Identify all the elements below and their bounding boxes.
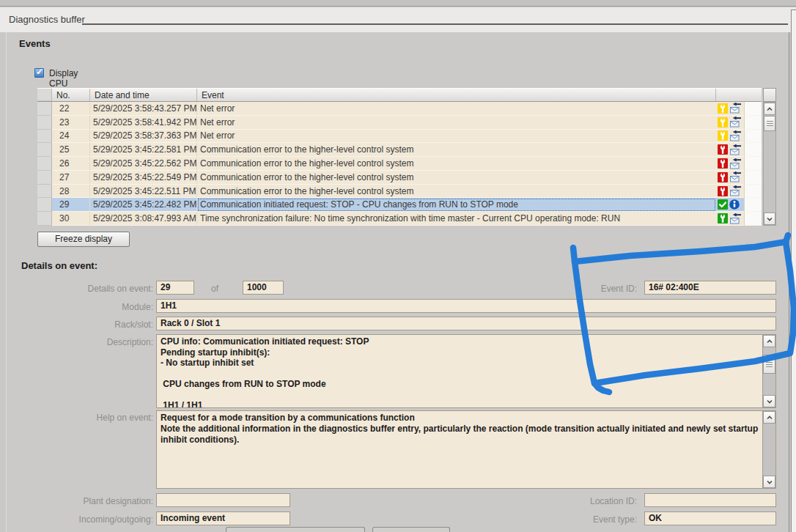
row-selector-cell[interactable] [37, 212, 52, 226]
module-field[interactable]: 1H1 [156, 299, 776, 313]
maintenance-yellow-icon [716, 116, 729, 130]
freeze-display-button[interactable]: Freeze display [37, 232, 130, 247]
rack-slot-label: Rack/slot: [7, 319, 153, 330]
scroll-up-button[interactable] [763, 335, 775, 347]
fault-red-icon [716, 171, 729, 185]
incoming-outgoing-label: Incoming/outgoing: [7, 514, 153, 525]
cell-spacer [744, 157, 762, 171]
maintenance-green-icon [716, 212, 729, 226]
event-id-label: Event ID: [516, 284, 637, 294]
row-selector-cell[interactable] [37, 102, 52, 116]
description-scrollbar[interactable] [762, 335, 775, 407]
help-scrollbar[interactable] [762, 411, 775, 488]
info-icon [729, 198, 744, 212]
incoming-outgoing-field[interactable]: Incoming event [156, 511, 290, 525]
details-number-field[interactable]: 29 [156, 281, 194, 295]
description-label: Description: [7, 337, 153, 347]
help-text: Request for a mode transition by a commu… [161, 413, 759, 488]
cell-event: Communication initiated request: STOP - … [197, 198, 716, 212]
header-no[interactable]: No. [52, 89, 90, 101]
scroll-down-button[interactable] [763, 395, 775, 407]
incoming-envelope-icon [729, 116, 744, 130]
table-row[interactable]: 255/29/2025 3:45:22.581 PMCommunication … [37, 143, 762, 157]
incoming-envelope-icon [729, 143, 744, 157]
scroll-up-button[interactable] [763, 411, 775, 424]
help-on-event-field[interactable]: Request for a mode transition by a commu… [156, 410, 776, 489]
table-row[interactable]: 305/29/2025 3:08:47.993 AMTime synchroni… [37, 212, 762, 226]
row-selector-cell[interactable] [37, 130, 52, 144]
rack-slot-field[interactable]: Rack 0 / Slot 1 [156, 317, 776, 330]
incoming-envelope-icon [729, 171, 744, 185]
row-selector-cell[interactable] [37, 157, 52, 171]
cpu-time-checkbox[interactable]: ✓ [34, 68, 44, 78]
table-row[interactable]: 295/29/2025 3:45:22.482 PMCommunication … [37, 198, 762, 212]
header-selector-column [37, 89, 52, 101]
table-row[interactable]: 275/29/2025 3:45:22.549 PMCommunication … [37, 171, 762, 185]
table-row[interactable]: 245/29/2025 3:58:37.363 PMNet error [37, 130, 762, 144]
location-id-field[interactable] [644, 493, 776, 507]
ok-check-green-icon [716, 198, 729, 212]
title-row: Diagnostics buffer [0, 7, 796, 32]
cell-spacer [744, 102, 762, 116]
cell-event: Communication error to the higher-level … [197, 143, 716, 157]
scroll-thumb[interactable] [763, 355, 775, 374]
plant-designation-field[interactable] [156, 493, 290, 507]
events-table-body: 225/29/2025 3:58:43.257 PMNet error235/2… [37, 102, 762, 226]
chevron-down-icon [766, 216, 773, 222]
events-table-header: No. Date and time Event [37, 88, 762, 102]
table-row[interactable]: 265/29/2025 3:45:22.562 PMCommunication … [37, 157, 762, 171]
partial-button-left[interactable] [226, 527, 365, 532]
description-field[interactable]: CPU info: Communication initiated reques… [156, 334, 776, 408]
partial-button-right[interactable] [372, 527, 450, 532]
chevron-up-icon [766, 415, 773, 421]
incoming-envelope-icon [729, 212, 744, 226]
incoming-envelope-icon [729, 185, 744, 199]
incoming-envelope-icon [729, 130, 744, 144]
details-total-field[interactable]: 1000 [243, 281, 284, 295]
help-on-event-label: Help on event: [7, 413, 153, 423]
scroll-down-button[interactable] [764, 213, 775, 225]
table-row[interactable]: 285/29/2025 3:45:22.511 PMCommunication … [37, 185, 762, 199]
row-selector-cell[interactable] [37, 198, 52, 212]
cell-spacer [744, 185, 762, 199]
fault-red-icon [716, 185, 729, 199]
cell-datetime: 5/29/2025 3:45:22.562 PM [90, 157, 197, 171]
cell-datetime: 5/29/2025 3:08:47.993 AM [90, 212, 197, 226]
event-type-label: Event type: [516, 514, 637, 525]
page-title: Diagnostics buffer [9, 14, 85, 25]
chevron-down-icon [766, 399, 773, 404]
cell-no: 28 [52, 185, 90, 199]
outer-scrollbar[interactable] [791, 10, 796, 532]
row-selector-cell[interactable] [37, 116, 52, 130]
table-row[interactable]: 235/29/2025 3:58:41.942 PMNet error [37, 116, 762, 130]
cell-spacer [744, 130, 762, 144]
row-selector-cell[interactable] [37, 185, 52, 199]
events-scrollbar[interactable] [763, 102, 776, 226]
cell-event: Communication error to the higher-level … [197, 171, 716, 185]
scroll-down-button[interactable] [763, 476, 775, 488]
cell-no: 30 [52, 212, 90, 226]
cell-event: Communication error to the higher-level … [197, 185, 716, 199]
cell-spacer [744, 116, 762, 130]
event-id-field[interactable]: 16# 02:400E [644, 281, 776, 295]
header-event[interactable]: Event [197, 89, 716, 101]
scroll-up-button[interactable] [764, 103, 775, 115]
diagnostics-buffer-window: Diagnostics buffer Events ✓ Display CPU … [0, 0, 796, 532]
row-selector-cell[interactable] [37, 143, 52, 157]
scrollbar-header-cap [763, 88, 776, 102]
cell-no: 23 [52, 116, 90, 130]
checkmark-icon: ✓ [36, 67, 43, 77]
header-date-and-time[interactable]: Date and time [90, 89, 197, 101]
cell-no: 22 [52, 102, 90, 116]
cell-spacer [744, 198, 762, 212]
event-type-field[interactable]: OK [644, 511, 776, 525]
table-row[interactable]: 225/29/2025 3:58:43.257 PMNet error [37, 102, 762, 116]
header-icons [716, 89, 762, 101]
fault-red-icon [716, 157, 729, 171]
scroll-thumb[interactable] [764, 116, 775, 131]
maintenance-yellow-icon [716, 102, 729, 116]
details-heading: Details on event: [21, 260, 97, 271]
row-selector-cell[interactable] [37, 171, 52, 185]
cell-event: Time synchronization failure: No time sy… [197, 212, 716, 226]
cell-event: Net error [197, 102, 716, 116]
